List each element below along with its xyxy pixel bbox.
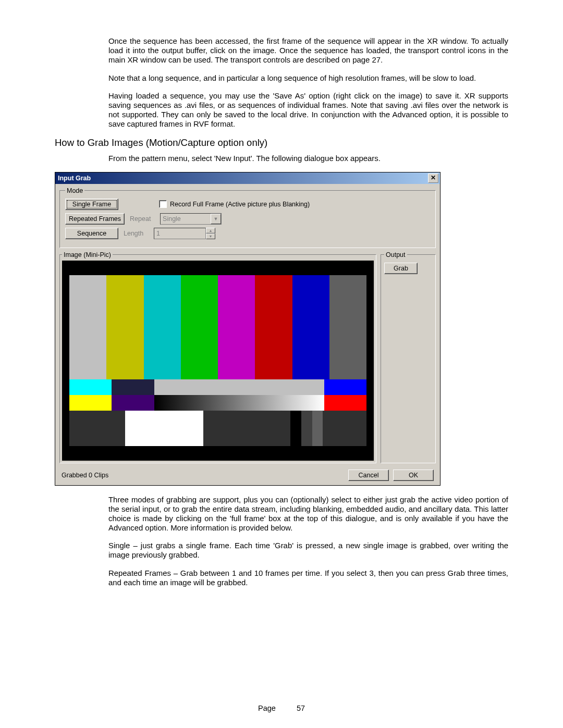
body-text-block: Three modes of grabbing are support, plu… xyxy=(108,495,508,587)
paragraph: From the pattern menu, select 'New Input… xyxy=(108,154,508,163)
record-full-frame-label: Record Full Frame (Active picture plus B… xyxy=(170,201,310,208)
paragraph: Single – just grabs a single frame. Each… xyxy=(108,541,508,560)
image-group: Image (Mini-Pic) xyxy=(59,251,376,463)
dialog-screenshot: Input Grab ✕ Mode Single Frame Record Fu… xyxy=(55,172,508,486)
status-text: Grabbed 0 Clips xyxy=(62,472,108,479)
length-label: Length xyxy=(124,230,149,237)
length-spinner[interactable]: 1 ▲ ▼ xyxy=(154,228,215,239)
section-heading: How to Grab Images (Motion/Capture optio… xyxy=(55,137,508,149)
body-text-block: Once the sequence has been accessed, the… xyxy=(108,36,508,129)
page-number: 57 xyxy=(297,704,305,712)
ok-button[interactable]: OK xyxy=(393,470,434,481)
output-legend: Output xyxy=(384,251,407,258)
cancel-button[interactable]: Cancel xyxy=(348,470,389,481)
input-grab-dialog: Input Grab ✕ Mode Single Frame Record Fu… xyxy=(55,172,440,486)
paragraph: Note that a long sequence, and in partic… xyxy=(108,73,508,83)
grab-button[interactable]: Grab xyxy=(384,263,418,274)
sequence-button[interactable]: Sequence xyxy=(65,228,118,239)
spinner-down-icon[interactable]: ▼ xyxy=(206,233,215,239)
repeat-label: Repeat xyxy=(130,215,155,223)
image-legend: Image (Mini-Pic) xyxy=(62,251,113,258)
repeat-combo[interactable]: Single ▼ xyxy=(160,213,222,225)
body-text-block: From the pattern menu, select 'New Input… xyxy=(108,154,508,163)
repeat-combo-value: Single xyxy=(163,215,181,223)
page-footer: Page 57 xyxy=(0,704,563,712)
dialog-title: Input Grab xyxy=(58,175,91,182)
document-page: Once the sequence has been accessed, the… xyxy=(0,0,563,728)
paragraph: Once the sequence has been accessed, the… xyxy=(108,36,508,65)
mode-legend: Mode xyxy=(65,187,84,194)
paragraph: Repeated Frames – Grab between 1 and 10 … xyxy=(108,569,508,587)
paragraph: Three modes of grabbing are support, plu… xyxy=(108,495,508,533)
mode-group: Mode Single Frame Record Full Frame (Act… xyxy=(59,187,436,248)
spinner-up-icon[interactable]: ▲ xyxy=(206,228,215,233)
page-label: Page xyxy=(258,704,276,712)
close-icon[interactable]: ✕ xyxy=(428,174,438,183)
titlebar: Input Grab ✕ xyxy=(55,172,440,184)
chevron-down-icon: ▼ xyxy=(211,214,221,224)
length-value: 1 xyxy=(154,228,206,239)
repeated-frames-button[interactable]: Repeated Frames xyxy=(65,213,125,225)
single-frame-button[interactable]: Single Frame xyxy=(65,199,118,210)
paragraph: Having loaded a sequence, you may use th… xyxy=(108,91,508,129)
output-group: Output Grab xyxy=(381,251,436,463)
mini-pic-preview xyxy=(62,261,374,461)
record-full-frame-checkbox[interactable] xyxy=(159,200,167,208)
